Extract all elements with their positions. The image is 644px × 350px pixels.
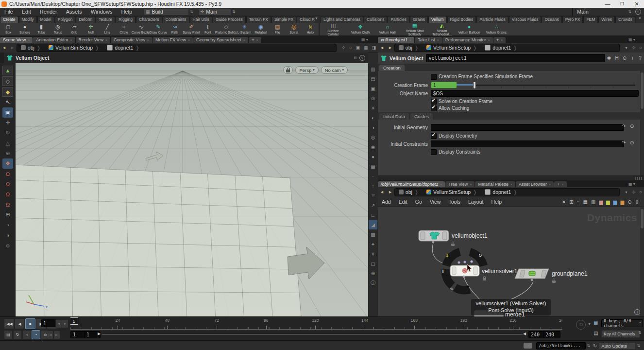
- menu-item[interactable]: Render: [35, 9, 62, 15]
- revert-icon[interactable]: ↷: [622, 140, 626, 145]
- shelf-tab[interactable]: Collisions: [364, 16, 387, 23]
- stop-button[interactable]: ■: [25, 318, 35, 329]
- keyframe-options-button[interactable]: ▤: [4, 330, 13, 339]
- menu-item[interactable]: File: [0, 9, 17, 15]
- materials-icon[interactable]: ◉: [369, 142, 377, 152]
- recook-icon[interactable]: ↻: [591, 343, 599, 349]
- pane-menu-icon[interactable]: ▦ ▾: [628, 182, 635, 186]
- smooth-shade-icon[interactable]: ●: [369, 152, 377, 161]
- range-slider-left-handle[interactable]: ▶: [98, 332, 101, 336]
- pin-icon[interactable]: ⊹: [630, 45, 638, 50]
- pane-tab[interactable]: Animation Editor×: [33, 37, 75, 43]
- tool-vellum-tetrahedral[interactable]: ◭ Vellum Tetrahedral...: [428, 23, 456, 36]
- path-spinner[interactable]: ⇅: [586, 344, 591, 348]
- folder-tab[interactable]: Initial Data: [379, 113, 409, 120]
- network-menu-item[interactable]: Edit: [395, 199, 411, 205]
- node-label[interactable]: groundplane1: [552, 270, 588, 277]
- paint-tool-icon[interactable]: ❖: [2, 158, 13, 169]
- show-components-icon[interactable]: ◇: [2, 76, 13, 86]
- tab-close-icon[interactable]: ×: [437, 38, 439, 42]
- pane-tab[interactable]: Geometry Spreadsheet×: [193, 37, 248, 43]
- tools-icon[interactable]: ✕: [562, 199, 566, 205]
- range-subend-field[interactable]: 240: [543, 331, 560, 338]
- creation-frame-slider-track[interactable]: [457, 85, 635, 86]
- shelf-tab[interactable]: Constraints: [163, 16, 189, 23]
- shelf-tab[interactable]: Drive Simulation: [636, 16, 636, 23]
- pane-tab[interactable]: Scene View×: [0, 37, 33, 43]
- shelf-tab[interactable]: Deform: [76, 16, 95, 23]
- shelf-tab[interactable]: Texture: [96, 16, 115, 23]
- loop-mode-button[interactable]: ↻: [13, 330, 22, 339]
- pane-tab[interactable]: vellumobject1×: [378, 37, 414, 43]
- shelf-tab[interactable]: Crowds: [615, 16, 635, 23]
- tool-surface-collider[interactable]: ◫ Surface Collider: [320, 23, 347, 36]
- shelf-tab[interactable]: Wires: [598, 16, 615, 23]
- forward-icon[interactable]: ►: [8, 45, 17, 50]
- shadows-icon[interactable]: ◑: [369, 122, 377, 132]
- tool-vellum-balloon[interactable]: ● Vellum Balloon: [456, 24, 483, 34]
- tool-grid[interactable]: ▱ Grid: [66, 24, 83, 34]
- range-back-button[interactable]: |◀: [47, 331, 53, 339]
- camera-lock-pill[interactable]: [283, 66, 293, 74]
- pose-icon[interactable]: ⊕: [2, 148, 13, 158]
- wireframe-icon[interactable]: ▦: [369, 161, 377, 171]
- node-groundplane1[interactable]: [515, 269, 549, 281]
- network-menu-item[interactable]: Layout: [464, 199, 488, 205]
- range-forward-button[interactable]: ▶|: [53, 331, 60, 339]
- shelf-tab[interactable]: Characters: [136, 16, 162, 23]
- tool-circle[interactable]: ○ Circle: [116, 24, 132, 34]
- tab-close-icon[interactable]: ×: [549, 183, 551, 186]
- pane-tab[interactable]: Tree View×: [445, 181, 475, 187]
- node-vellumobject1[interactable]: [419, 230, 449, 243]
- tab-close-icon[interactable]: ×: [488, 38, 490, 42]
- jump-up-icon[interactable]: ⇧: [635, 199, 639, 205]
- tab-close-icon[interactable]: ×: [147, 38, 149, 42]
- camera-lock-icon[interactable]: ▣: [369, 84, 377, 93]
- creation-frame-field[interactable]: 1: [431, 82, 457, 88]
- initial-geometry-field[interactable]: [431, 124, 624, 131]
- pane-menu-icon[interactable]: ▦ ▾: [361, 37, 368, 42]
- shelf-tab[interactable]: Simple FX: [271, 16, 296, 23]
- pane-tab[interactable]: Take List×: [415, 37, 442, 43]
- pane-tab[interactable]: Performance Monitor×: [442, 37, 493, 43]
- show-primitives-icon[interactable]: ◆: [2, 87, 13, 97]
- op-pick-icon[interactable]: ⊙: [630, 140, 634, 145]
- network-menu-item[interactable]: View: [426, 199, 445, 205]
- caching-checkbox[interactable]: [431, 105, 437, 111]
- tab-close-icon[interactable]: ×: [409, 38, 411, 42]
- gear-icon[interactable]: ✱: [605, 54, 613, 62]
- scrollbar-handle[interactable]: [641, 72, 644, 109]
- shelf-tab[interactable]: Lights and Cameras: [321, 16, 363, 23]
- main-spinner[interactable]: ⇅: [231, 10, 237, 14]
- help-icon[interactable]: ?: [635, 9, 641, 15]
- snap-point-icon[interactable]: Ω: [2, 179, 13, 189]
- tool-tube[interactable]: ▮ Tube: [33, 24, 50, 34]
- tab-close-icon[interactable]: ×: [501, 38, 503, 42]
- shelf-tab[interactable]: Particle Fluids: [476, 16, 508, 23]
- desktop-selector[interactable]: ▦ Build: [143, 8, 189, 16]
- display-constraints-checkbox[interactable]: [431, 149, 437, 155]
- breadcrumb-item[interactable]: dopnet1❭: [103, 45, 143, 51]
- flipbook-icon[interactable]: ◑: [2, 230, 13, 240]
- jump-start-button[interactable]: |◀◀: [4, 318, 14, 329]
- point-numbers-icon[interactable]: ¹²: [369, 191, 377, 200]
- tool-l-system[interactable]: ✳ L-System: [236, 24, 253, 34]
- snap-view-icon[interactable]: ⊕: [369, 268, 377, 278]
- points-icon[interactable]: ∙: [369, 171, 377, 181]
- translate-icon[interactable]: ✚: [2, 118, 13, 128]
- select-arrow-icon[interactable]: ↖: [2, 97, 13, 107]
- view-tool-icon[interactable]: ⊞: [2, 210, 13, 220]
- snap-grid-icon[interactable]: Ω: [2, 169, 13, 179]
- main-selector[interactable]: ✛ Main: [198, 8, 231, 16]
- audio-button[interactable]: ∩: [22, 330, 31, 339]
- menu-item[interactable]: Edit: [17, 9, 35, 15]
- pane-tab[interactable]: Motion FX View×: [153, 37, 193, 43]
- show-objects-icon[interactable]: ▲: [2, 66, 13, 75]
- link-icon[interactable]: ○: [638, 190, 644, 194]
- range-slider-track[interactable]: [102, 334, 523, 334]
- keys-up-icon[interactable]: ▴: [639, 320, 641, 324]
- breadcrumb-item[interactable]: obj❭: [395, 45, 423, 51]
- sticky-note-icon[interactable]: ▆: [606, 199, 610, 205]
- breadcrumb-item[interactable]: dopnet1❭: [481, 45, 521, 51]
- shelf-tab[interactable]: Modify: [19, 16, 37, 23]
